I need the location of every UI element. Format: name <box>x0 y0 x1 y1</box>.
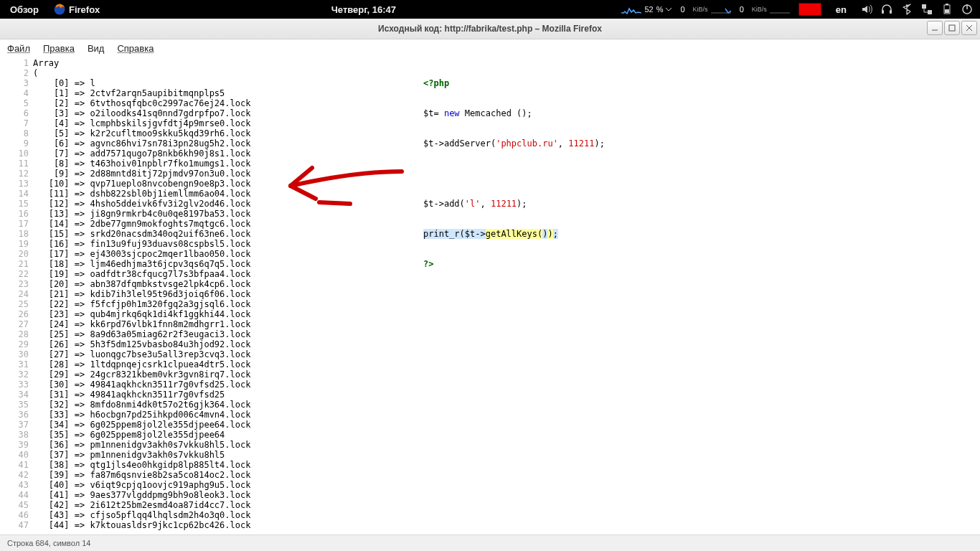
line-number: 37 <box>0 420 29 430</box>
menu-bar: Файл Правка Вид Справка <box>0 39 980 57</box>
php-code-block[interactable]: <?php $t= new Memcached (); $t->addServe… <box>423 58 605 289</box>
source-line: [12] => 4hsho5ddeivk6fv3i2glv2od46.lock <box>33 199 250 209</box>
line-number: 26 <box>0 309 29 319</box>
line-number: 11 <box>0 159 29 169</box>
window-titlebar: Исходный код: http://fabrika/test.php – … <box>0 19 980 39</box>
keyboard-layout[interactable]: en <box>830 2 852 17</box>
close-icon <box>966 24 973 32</box>
source-line: [37] => pm1nnenidgv3akh0s7vkku8hl5 <box>33 450 250 460</box>
workspace-indicator[interactable] <box>798 3 821 16</box>
network-icon[interactable] <box>921 4 933 15</box>
firefox-taskbar-button[interactable]: Firefox <box>47 1 105 18</box>
source-line: [32] => 8mfdo8nmi4dk0t57o2t6gjk364.lock <box>33 400 250 410</box>
source-line: [26] => 5h3f5dm125vbasbo84u3hjod92.lock <box>33 339 250 349</box>
minimize-icon <box>931 24 938 32</box>
source-line: [41] => 9aes377vlgddpmg9bh9o8leok3.lock <box>33 490 250 500</box>
bluetooth-icon[interactable] <box>901 4 913 15</box>
net-down-unit: KiB/s <box>693 6 708 13</box>
source-text[interactable]: Array( [0] => l [1] => 2ctvf2arqn5aupibi… <box>33 58 250 530</box>
battery-sym: % <box>656 5 664 14</box>
source-line: [11] => dshb822sbl0bj1iemllmm6ao04.lock <box>33 189 250 199</box>
line-number: 8 <box>0 128 29 138</box>
source-line: Array <box>33 58 250 68</box>
source-line: [20] => abn387dfqmbkstvsge2lpk4cp6.lock <box>33 279 250 289</box>
line-number: 22 <box>0 269 29 279</box>
line-number: 9 <box>0 138 29 149</box>
line-number: 19 <box>0 239 29 249</box>
source-line: [1] => 2ctvf2arqn5aupibitmqnplps5 <box>33 88 250 98</box>
svg-rect-9 <box>949 25 955 31</box>
minimize-button[interactable] <box>927 21 943 35</box>
status-text: Строка 684, символ 14 <box>7 539 90 547</box>
line-number: 15 <box>0 199 29 209</box>
activities-button[interactable]: Обзор <box>4 2 44 17</box>
headphones-icon[interactable] <box>881 4 892 15</box>
line-number: 12 <box>0 169 29 179</box>
net-up-indicator[interactable]: 0 KiB/s <box>740 4 790 14</box>
source-line: [8] => t463hoiv01npblr7fko1mumgs1.lock <box>33 159 250 169</box>
line-number: 45 <box>0 500 29 510</box>
code-server-port: 11211 <box>568 138 594 149</box>
line-number: 47 <box>0 520 29 530</box>
source-line: [3] => o2iloodks41sq0nnd7gdrpfpo7.lock <box>33 108 250 118</box>
source-line: [15] => srkd20nacsdm340oq2uif63ne6.lock <box>33 229 250 239</box>
line-number: 40 <box>0 450 29 460</box>
line-number: 3 <box>0 78 29 88</box>
source-line: [27] => luonqgc7bse3u5all3rep3cvq3.lock <box>33 349 250 359</box>
menu-edit[interactable]: Правка <box>43 43 75 54</box>
source-line: [34] => 6g025ppem8jol2le355djpee64.lock <box>33 420 250 430</box>
battery-indicator[interactable]: 52% <box>621 4 672 14</box>
line-number: 17 <box>0 219 29 229</box>
chevron-down-icon <box>666 6 672 12</box>
power-icon[interactable] <box>961 4 973 15</box>
clock[interactable]: Четверг, 16:47 <box>326 2 402 17</box>
source-line: [31] => 49841aqkhckn3511r7g0vfsd25 <box>33 390 250 400</box>
line-number: 42 <box>0 470 29 480</box>
net-up-val: 0 <box>740 5 744 14</box>
maximize-icon <box>948 24 956 32</box>
source-line: [10] => qvp71ueplo8nvcobengn9oe8p3.lock <box>33 179 250 189</box>
source-line: [17] => ej43003sjcpoc2mqer1lbao050.lock <box>33 249 250 259</box>
source-line: [25] => 8a9d63a05miag62r2f3eugaci3.lock <box>33 329 250 339</box>
line-number: 27 <box>0 319 29 329</box>
line-number-gutter: 1234567891011121314151617181920212223242… <box>0 58 29 530</box>
line-number: 36 <box>0 410 29 420</box>
battery-icon[interactable] <box>941 4 953 15</box>
source-line: [18] => ljm46edhjma3t6jcpv3qs6q7q5.lock <box>33 259 250 269</box>
line-number: 21 <box>0 259 29 269</box>
line-number: 10 <box>0 149 29 159</box>
net-down-indicator[interactable]: 0 KiB/s <box>680 4 730 14</box>
line-number: 13 <box>0 179 29 189</box>
line-number: 1 <box>0 58 29 68</box>
line-number: 5 <box>0 98 29 108</box>
source-line: [14] => 2dbe77gmn9mokfoghts7mqtgc6.lock <box>33 219 250 229</box>
line-number: 39 <box>0 440 29 450</box>
line-number: 23 <box>0 279 29 289</box>
source-line: [16] => fin13u9fuj93duavs08cspbsl5.lock <box>33 239 250 249</box>
menu-view[interactable]: Вид <box>88 43 105 54</box>
menu-file[interactable]: Файл <box>7 43 30 54</box>
top-panel: Обзор Firefox Четверг, 16:47 52% 0 KiB/s… <box>0 0 980 19</box>
source-line: [28] => 1ltdqpnqejcsrk1clpuea4dtr5.lock <box>33 359 250 369</box>
net-up-spark-icon <box>770 4 790 14</box>
battery-pct: 52 <box>644 5 653 14</box>
source-line: [38] => qtg1jls4eo0hkgidp8lp885lt4.lock <box>33 460 250 470</box>
window-title: Исходный код: http://fabrika/test.php – … <box>0 24 980 34</box>
source-line: [13] => ji8gn9rmkrb4c0u0qe8197ba53.lock <box>33 209 250 219</box>
source-line: [5] => k2r2cufltmoo9skku5kqd39rh6.lock <box>33 128 250 138</box>
source-line: [44] => k7ktouasldsr9jkc1cp62bc426.lock <box>33 520 250 530</box>
line-number: 7 <box>0 118 29 128</box>
volume-icon[interactable] <box>861 4 872 15</box>
code-server-str: 'phpclub.ru' <box>496 138 558 149</box>
svg-rect-5 <box>945 9 949 13</box>
close-button[interactable] <box>961 21 977 35</box>
source-line: [9] => 2d88mntd8itj72pjmdv97on3u0.lock <box>33 169 250 179</box>
line-number: 20 <box>0 249 29 259</box>
maximize-button[interactable] <box>944 21 960 35</box>
line-number: 16 <box>0 209 29 219</box>
line-number: 44 <box>0 490 29 500</box>
annotation-arrow <box>280 157 409 215</box>
menu-help[interactable]: Справка <box>117 43 154 54</box>
source-line: [42] => 2i612t25bm2esmd4oa87id4cc7.lock <box>33 500 250 510</box>
line-number: 4 <box>0 88 29 98</box>
